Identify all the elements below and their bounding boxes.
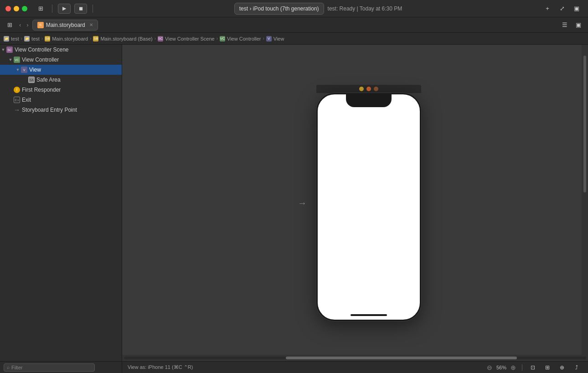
run-button[interactable]: ▶ <box>58 4 71 14</box>
canvas-bottom-scrollbar[interactable] <box>122 355 588 361</box>
breadcrumb-sep: › <box>21 36 22 41</box>
device-dot-orange <box>366 87 371 91</box>
iphone-wrapper <box>316 85 421 321</box>
scrollbar-track <box>124 357 586 359</box>
tab-label: Main.storyboard <box>46 22 85 28</box>
breadcrumb-sep: › <box>155 36 156 41</box>
breadcrumb-main-storyboard-label: Main.storyboard <box>52 36 88 41</box>
breadcrumb-item-mainstoryboard-base[interactable]: SB Main.storyboard (Base) <box>93 36 152 41</box>
sidebar-item-vc-scene[interactable]: ▼ SC View Controller Scene <box>0 45 122 55</box>
storyboard-tab-icon: S <box>37 22 44 28</box>
breadcrumb-sep: › <box>41 36 43 41</box>
separator <box>522 364 522 371</box>
vc-scene-label: View Controller Scene <box>15 47 69 53</box>
separator <box>52 5 52 13</box>
enter-fullscreen-icon[interactable]: ⤢ <box>556 4 568 14</box>
view-icon: V <box>21 67 27 73</box>
sidebar-toggle-icon[interactable]: ⊞ <box>35 4 46 14</box>
minimize-button[interactable] <box>14 6 19 11</box>
breadcrumb-item-vc[interactable]: VC View Controller <box>220 36 261 41</box>
device-selector[interactable]: test › iPod touch (7th generation) <box>234 3 324 15</box>
breadcrumb-item-mainstoryboard[interactable]: SB Main.storyboard <box>45 36 88 41</box>
titlebar-right: + ⤢ ▣ <box>542 4 583 14</box>
iphone-mockup <box>316 93 421 321</box>
sidebar-item-storyboard-entry[interactable]: ▼ → Storyboard Entry Point <box>0 105 122 115</box>
breadcrumb-sep: › <box>263 36 264 41</box>
scrollbar-thumb[interactable] <box>583 56 586 192</box>
titlebar: ⊞ ▶ ◼ test › iPod touch (7th generation)… <box>0 0 588 17</box>
entry-point-arrow: → <box>298 198 307 208</box>
zoom-out-button[interactable]: ⊖ <box>485 363 494 372</box>
storyboard-entry-icon: → <box>14 107 20 113</box>
filter-placeholder: Filter <box>11 365 22 370</box>
iphone-notch <box>346 94 392 107</box>
scrollbar-thumb[interactable] <box>286 357 517 359</box>
sidebar-item-first-responder[interactable]: ▼ ! First Responder <box>0 85 122 95</box>
breadcrumb-vc-label: View Controller <box>227 36 261 41</box>
iphone-home-bar <box>351 314 387 316</box>
sidebar: ▼ SC View Controller Scene ▼ VC View Con… <box>0 45 122 361</box>
add-view-icon[interactable]: ⊕ <box>556 363 568 373</box>
breadcrumb-vc-scene-label: View Controller Scene <box>165 36 215 41</box>
main-storyboard-tab[interactable]: S Main.storyboard ✕ <box>32 20 98 31</box>
folder-icon: 📁 <box>24 36 30 41</box>
view-icon: V <box>266 36 272 41</box>
sidebar-item-exit[interactable]: ▼ Ex Exit <box>0 95 122 105</box>
filter-input-wrapper[interactable]: ⌕ Filter <box>4 363 95 372</box>
share-icon[interactable]: ⤴ <box>571 363 583 373</box>
separator <box>93 5 93 13</box>
stop-button[interactable]: ◼ <box>74 4 87 14</box>
layout-icon[interactable]: ▣ <box>571 4 583 14</box>
first-responder-icon: ! <box>14 87 20 93</box>
zoom-value-label: 56% <box>496 365 506 370</box>
exit-label: Exit <box>22 97 31 103</box>
add-icon[interactable]: + <box>542 4 553 14</box>
canvas[interactable]: → <box>122 45 588 361</box>
close-button[interactable] <box>5 6 11 11</box>
breadcrumb-sep: › <box>90 36 91 41</box>
breadcrumb-item-view[interactable]: V View <box>266 36 284 41</box>
exit-icon: Ex <box>14 97 20 103</box>
arrow-icon[interactable]: ▼ <box>0 47 6 53</box>
inspector-toggle-icon[interactable]: ▣ <box>573 20 584 30</box>
tab-close-icon[interactable]: ✕ <box>89 22 93 27</box>
view-as-label: View as: iPhone 11 (⌘C ⌃R) <box>128 364 193 370</box>
main-area: ▼ SC View Controller Scene ▼ VC View Con… <box>0 45 588 361</box>
storyboard-icon: SB <box>45 36 50 41</box>
grid-icon[interactable]: ⊞ <box>4 20 15 30</box>
breadcrumb-item-test2[interactable]: 📁 test <box>24 36 40 41</box>
breadcrumb-item-vc-scene[interactable]: SC View Controller Scene <box>158 36 215 41</box>
arrow-icon[interactable]: ▼ <box>7 57 14 63</box>
sidebar-filter-area: ⌕ Filter <box>0 361 122 373</box>
nav-forward-button[interactable]: › <box>25 21 30 29</box>
canvas-settings-icon[interactable]: ⊞ <box>542 363 553 373</box>
scene-icon: SC <box>6 47 13 53</box>
sidebar-item-safe-area[interactable]: ▼ SA Safe Area <box>0 75 122 85</box>
storyboard-entry-label: Storyboard Entry Point <box>22 107 77 113</box>
fit-icon[interactable]: ⊡ <box>527 363 539 373</box>
first-responder-label: First Responder <box>22 87 61 93</box>
folder-icon: 📁 <box>4 36 9 41</box>
maximize-button[interactable] <box>22 6 27 11</box>
nav-back-button[interactable]: ‹ <box>17 21 23 29</box>
canvas-right-scrollbar[interactable] <box>582 45 588 361</box>
breadcrumb-sep: › <box>217 36 218 41</box>
storyboard-icon: SB <box>93 36 98 41</box>
breadcrumb-test1-label: test <box>11 36 19 41</box>
view-label: View <box>29 67 41 73</box>
zoom-controls: ⊖ 56% ⊕ ⊡ ⊞ ⊕ ⤴ <box>485 363 583 373</box>
tabbar: ⊞ ‹ › S Main.storyboard ✕ ☰ ▣ <box>0 17 588 33</box>
safe-area-label: Safe Area <box>36 77 61 83</box>
arrow-icon[interactable]: ▼ <box>15 67 21 73</box>
breadcrumb-item-test1[interactable]: 📁 test <box>4 36 19 41</box>
zoom-in-button[interactable]: ⊕ <box>509 363 517 372</box>
sidebar-item-vc[interactable]: ▼ VC View Controller <box>0 55 122 65</box>
breadcrumb: 📁 test › 📁 test › SB Main.storyboard › S… <box>0 33 588 45</box>
status-label: test: Ready | Today at 6:30 PM <box>328 5 402 12</box>
breadcrumb-main-storyboard-base-label: Main.storyboard (Base) <box>100 36 152 41</box>
sidebar-item-view[interactable]: ▼ V View <box>0 65 122 75</box>
vc-icon: VC <box>220 36 225 41</box>
safe-area-icon: SA <box>28 77 35 83</box>
list-view-icon[interactable]: ☰ <box>559 20 571 30</box>
device-label: test › iPod touch (7th generation) <box>239 5 319 12</box>
